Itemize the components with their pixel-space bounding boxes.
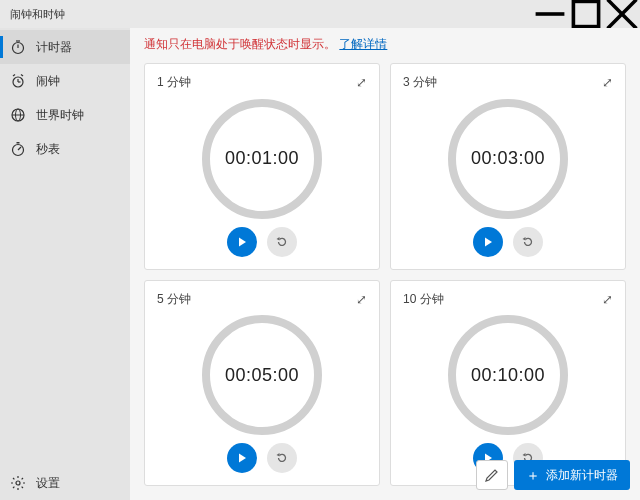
expand-icon[interactable]: ⤢ <box>602 75 613 90</box>
gear-icon <box>10 475 26 491</box>
pencil-icon <box>484 467 500 483</box>
add-timer-button[interactable]: ＋ 添加新计时器 <box>514 460 630 490</box>
svg-marker-20 <box>277 237 280 241</box>
add-timer-label: 添加新计时器 <box>546 467 618 484</box>
timer-card[interactable]: 5 分钟 ⤢ 00:05:00 <box>144 280 380 487</box>
timer-card[interactable]: 1 分钟 ⤢ 00:01:00 <box>144 63 380 270</box>
sidebar-item-alarm[interactable]: 闹钟 <box>0 64 130 98</box>
dial-wrap: 00:05:00 <box>157 312 367 440</box>
sidebar: 计时器 闹钟 世界时钟 秒表 设置 <box>0 28 130 500</box>
notice-bar: 通知只在电脑处于唤醒状态时显示。 了解详情 <box>130 28 640 59</box>
reset-button[interactable] <box>267 227 297 257</box>
card-header: 5 分钟 ⤢ <box>157 291 367 308</box>
sidebar-item-label: 计时器 <box>36 39 72 56</box>
sidebar-item-world-clock[interactable]: 世界时钟 <box>0 98 130 132</box>
card-header: 1 分钟 ⤢ <box>157 74 367 91</box>
reset-button[interactable] <box>513 227 543 257</box>
notice-text: 通知只在电脑处于唤醒状态时显示。 <box>144 37 336 51</box>
titlebar: 闹钟和时钟 <box>0 0 640 28</box>
maximize-button[interactable] <box>568 0 604 28</box>
svg-marker-19 <box>239 237 246 246</box>
reset-button[interactable] <box>267 443 297 473</box>
alarm-icon <box>10 73 26 89</box>
sidebar-item-label: 闹钟 <box>36 73 60 90</box>
stopwatch-icon <box>10 141 26 157</box>
play-button[interactable] <box>227 227 257 257</box>
expand-icon[interactable]: ⤢ <box>356 75 367 90</box>
notice-link[interactable]: 了解详情 <box>339 37 387 51</box>
timer-time: 00:10:00 <box>471 365 545 386</box>
dial-wrap: 00:10:00 <box>403 312 613 440</box>
sidebar-item-label: 秒表 <box>36 141 60 158</box>
timer-dial: 00:10:00 <box>448 315 568 435</box>
play-button[interactable] <box>473 227 503 257</box>
timer-time: 00:05:00 <box>225 365 299 386</box>
window-title: 闹钟和时钟 <box>0 7 532 22</box>
svg-rect-17 <box>17 142 20 144</box>
sidebar-item-label: 设置 <box>36 475 60 492</box>
svg-marker-22 <box>523 237 526 241</box>
svg-rect-1 <box>573 1 598 26</box>
sidebar-item-timer[interactable]: 计时器 <box>0 30 130 64</box>
plus-icon: ＋ <box>526 468 540 482</box>
svg-marker-26 <box>523 453 526 457</box>
svg-line-11 <box>21 75 23 77</box>
timer-card[interactable]: 3 分钟 ⤢ 00:03:00 <box>390 63 626 270</box>
svg-line-16 <box>18 147 21 150</box>
card-header: 3 分钟 ⤢ <box>403 74 613 91</box>
svg-marker-24 <box>277 453 280 457</box>
dial-wrap: 00:03:00 <box>403 95 613 223</box>
expand-icon[interactable]: ⤢ <box>602 292 613 307</box>
edit-button[interactable] <box>476 460 508 490</box>
timer-time: 00:03:00 <box>471 148 545 169</box>
timer-grid: 1 分钟 ⤢ 00:01:00 3 分钟 ⤢ 00:03:00 5 分钟 ⤢ <box>130 59 640 500</box>
timer-icon <box>10 39 26 55</box>
timer-dial: 00:05:00 <box>202 315 322 435</box>
timer-time: 00:01:00 <box>225 148 299 169</box>
world-icon <box>10 107 26 123</box>
timer-card[interactable]: 10 分钟 ⤢ 00:10:00 <box>390 280 626 487</box>
card-controls <box>157 439 367 475</box>
dial-wrap: 00:01:00 <box>157 95 367 223</box>
sidebar-item-settings[interactable]: 设置 <box>0 466 130 500</box>
timer-label: 5 分钟 <box>157 291 191 308</box>
card-controls <box>403 223 613 259</box>
bottom-bar: ＋ 添加新计时器 <box>476 460 630 490</box>
play-button[interactable] <box>227 443 257 473</box>
timer-dial: 00:01:00 <box>202 99 322 219</box>
sidebar-item-label: 世界时钟 <box>36 107 84 124</box>
svg-marker-21 <box>485 237 492 246</box>
minimize-button[interactable] <box>532 0 568 28</box>
window-controls <box>532 0 640 28</box>
timer-dial: 00:03:00 <box>448 99 568 219</box>
close-button[interactable] <box>604 0 640 28</box>
card-controls <box>157 223 367 259</box>
expand-icon[interactable]: ⤢ <box>356 292 367 307</box>
timer-label: 1 分钟 <box>157 74 191 91</box>
svg-point-18 <box>16 481 20 485</box>
card-header: 10 分钟 ⤢ <box>403 291 613 308</box>
svg-marker-23 <box>239 454 246 463</box>
timer-label: 10 分钟 <box>403 291 444 308</box>
main-content: 通知只在电脑处于唤醒状态时显示。 了解详情 1 分钟 ⤢ 00:01:00 3 … <box>130 28 640 500</box>
sidebar-item-stopwatch[interactable]: 秒表 <box>0 132 130 166</box>
timer-label: 3 分钟 <box>403 74 437 91</box>
svg-line-10 <box>13 75 15 77</box>
